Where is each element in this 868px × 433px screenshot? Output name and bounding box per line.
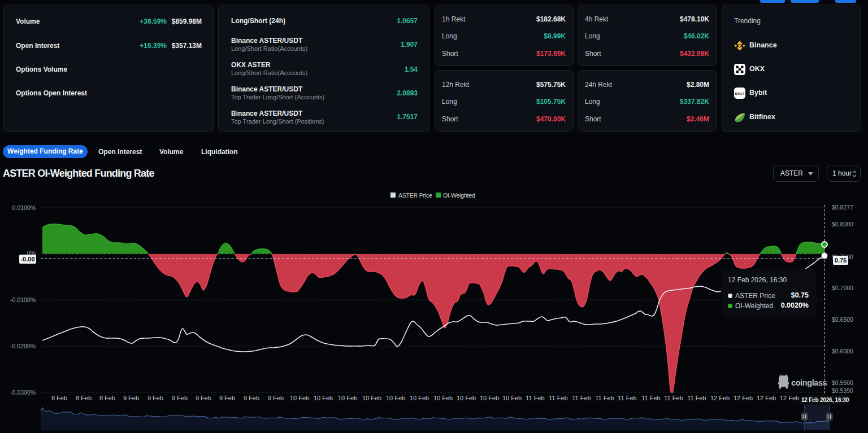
svg-text:10 Feb: 10 Feb [502, 395, 522, 401]
svg-text:BYB!T: BYB!T [735, 92, 745, 95]
svg-text:10 Feb: 10 Feb [362, 395, 381, 401]
svg-text:12 Feb: 12 Feb [710, 395, 730, 401]
svg-text:-0.0200%: -0.0200% [10, 343, 36, 349]
svg-text:$0.6000: $0.6000 [832, 348, 853, 355]
svg-text:9 Feb: 9 Feb [147, 395, 163, 401]
svg-text:$0.7000: $0.7000 [832, 285, 853, 291]
svg-text:11 Feb: 11 Feb [687, 395, 706, 401]
svg-text:$0.6500: $0.6500 [832, 316, 853, 323]
svg-text:10 Feb: 10 Feb [314, 395, 333, 401]
svg-text:$0.8277: $0.8277 [832, 204, 853, 211]
svg-text:0.0100%: 0.0100% [12, 204, 36, 211]
svg-text:coinglass: coinglass [791, 378, 827, 387]
svg-text:11 Feb: 11 Feb [618, 395, 636, 401]
svg-text:11 Feb: 11 Feb [526, 395, 544, 401]
svg-text:12 Feb: 12 Feb [780, 395, 799, 401]
svg-text:$0.5500: $0.5500 [832, 379, 853, 386]
svg-text:$0.8000: $0.8000 [832, 221, 853, 228]
svg-text:9 Feb: 9 Feb [172, 395, 188, 401]
svg-text:12 Feb: 12 Feb [734, 395, 753, 401]
svg-text:8 Feb: 8 Feb [51, 395, 67, 401]
svg-text:11 Feb: 11 Feb [595, 395, 614, 401]
svg-text:10 Feb: 10 Feb [338, 395, 357, 401]
svg-text:10 Feb: 10 Feb [290, 395, 309, 401]
svg-text:-0.0300%: -0.0300% [10, 389, 36, 396]
svg-text:10 Feb: 10 Feb [386, 395, 405, 401]
svg-text:11 Feb: 11 Feb [641, 395, 660, 401]
svg-text:11 Feb: 11 Feb [549, 395, 567, 401]
svg-text:$0.5390: $0.5390 [832, 387, 853, 394]
svg-text:9 Feb: 9 Feb [219, 395, 235, 401]
svg-text:11 Feb: 11 Feb [664, 395, 683, 401]
svg-text:10 Feb: 10 Feb [433, 395, 453, 401]
svg-text:9 Feb: 9 Feb [244, 395, 259, 401]
svg-text:9 Feb: 9 Feb [123, 395, 139, 401]
svg-text:10 Feb: 10 Feb [410, 395, 429, 401]
svg-text:10 Feb: 10 Feb [457, 395, 476, 401]
svg-text:10 Feb: 10 Feb [480, 395, 499, 401]
svg-text:8 Feb: 8 Feb [76, 395, 92, 401]
svg-text:-0.0100%: -0.0100% [10, 296, 36, 303]
svg-text:11 Feb: 11 Feb [572, 395, 591, 401]
svg-text:12 Feb: 12 Feb [757, 395, 776, 401]
svg-text:9 Feb: 9 Feb [268, 395, 284, 401]
svg-text:8 Feb: 8 Feb [99, 395, 115, 401]
svg-text:9 Feb: 9 Feb [196, 395, 211, 401]
